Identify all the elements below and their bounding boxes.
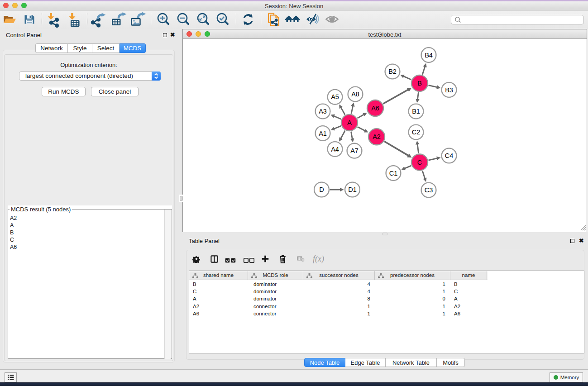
svg-text:A: A xyxy=(347,119,352,126)
svg-text:A5: A5 xyxy=(331,93,339,100)
svg-text:A4: A4 xyxy=(331,146,339,153)
svg-text:C4: C4 xyxy=(445,152,454,159)
svg-text:A3: A3 xyxy=(319,108,327,115)
svg-text:C3: C3 xyxy=(425,186,433,194)
svg-text:B4: B4 xyxy=(425,52,433,59)
svg-text:C2: C2 xyxy=(412,129,421,136)
svg-text:A8: A8 xyxy=(351,91,359,98)
svg-text:B2: B2 xyxy=(388,68,397,75)
svg-text:D1: D1 xyxy=(348,186,357,193)
svg-text:C: C xyxy=(417,159,422,166)
svg-text:A6: A6 xyxy=(371,105,379,112)
svg-text:C1: C1 xyxy=(389,170,398,177)
svg-text:B: B xyxy=(417,80,422,87)
svg-text:D: D xyxy=(319,186,324,193)
svg-text:A7: A7 xyxy=(350,147,359,154)
svg-text:B1: B1 xyxy=(412,108,420,115)
svg-text:A2: A2 xyxy=(373,133,381,140)
svg-text:B3: B3 xyxy=(445,86,453,94)
svg-text:A1: A1 xyxy=(319,130,327,137)
